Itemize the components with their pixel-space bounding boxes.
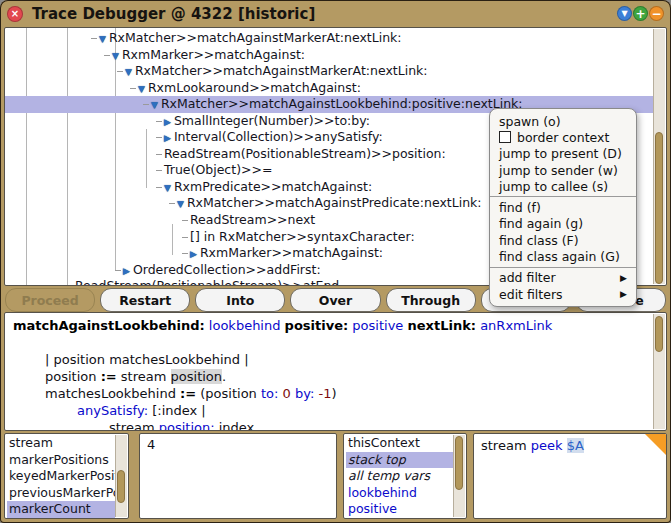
tree-expanded-icon[interactable]: ▼ [125, 67, 132, 77]
window-title: Trace Debugger @ 4322 [historic] [32, 5, 315, 23]
receiver-value: 4 [147, 437, 155, 452]
context-variable-item[interactable]: positive [346, 501, 453, 518]
tree-collapsed-icon[interactable]: ▶ [164, 133, 171, 143]
menu-item-label: border context [517, 130, 609, 145]
context-list-scrollbar-thumb[interactable] [455, 436, 463, 490]
code-line: anySatisfy: [:index | [13, 402, 652, 419]
method-source: matchAgainstLookbehind: lookbehind posit… [13, 317, 652, 431]
stack-frame-label: Interval(Collection)>>anySatisfy: [174, 129, 383, 144]
stack-frame-row[interactable]: ▼RxmMarker>>matchAgainst: [5, 47, 653, 64]
menu-item-label: spawn (o) [499, 114, 561, 129]
menu-item-label: edit filters [499, 287, 563, 302]
code-line [13, 334, 652, 351]
menu-item-jump-to-callee-s[interactable]: jump to callee (s) [490, 178, 636, 194]
checkbox-icon[interactable] [499, 131, 511, 143]
menu-item-add-filter[interactable]: add filter▶ [490, 270, 636, 286]
stack-frame-label: RxMatcher>>matchAgainstMarkerAt:nextLink… [109, 30, 402, 45]
submenu-arrow-icon: ▶ [620, 289, 627, 299]
context-variable-item[interactable]: stack top [346, 452, 453, 469]
tree-connector [156, 187, 162, 188]
tree-connector [143, 104, 149, 105]
menu-item-jump-to-present-d[interactable]: jump to present (D) [490, 146, 636, 162]
menu-item-label: jump to sender (w) [499, 163, 618, 178]
tree-scrollbar[interactable] [653, 29, 665, 284]
tree-scrollbar-thumb[interactable] [655, 132, 663, 284]
receiver-variable-item[interactable]: previousMarkerPositions [7, 485, 115, 502]
stack-frame-label: ReadStream(PositionableStream)>>position… [164, 146, 446, 161]
menu-item-spawn-o[interactable]: spawn (o) [490, 113, 636, 129]
window-controls: ▼ + − [617, 6, 664, 21]
tree-expanded-icon[interactable]: ▼ [177, 199, 184, 209]
menu-separator [490, 196, 636, 197]
tree-connector [115, 270, 121, 271]
receiver-variable-item[interactable]: markerCount [7, 501, 115, 518]
receiver-variable-item[interactable]: stream [7, 435, 115, 452]
collapse-window-icon[interactable]: − [649, 6, 664, 21]
stack-frame-row[interactable]: ▼RxMatcher>>matchAgainstMarkerAt:nextLin… [5, 30, 653, 47]
tree-collapsed-icon[interactable]: ▶ [190, 249, 197, 259]
context-inspector-pane: thisContextstack topall temp varslookbeh… [343, 433, 467, 519]
tree-connector [104, 55, 110, 56]
menu-item-jump-to-sender-w[interactable]: jump to sender (w) [490, 162, 636, 178]
tree-connector [182, 237, 188, 238]
over-button[interactable]: Over [290, 288, 380, 312]
stack-frame-label: RxMatcher>>matchAgainstLookbehind:positi… [161, 96, 523, 111]
menu-item-border-context[interactable]: border context [490, 129, 636, 145]
context-variable-item[interactable]: thisContext [346, 435, 453, 452]
code-scrollbar-thumb[interactable] [655, 316, 663, 352]
restart-button[interactable]: Restart [100, 288, 190, 312]
stack-frame-label: OrderedCollection>>addFirst: [133, 262, 321, 277]
window-titlebar[interactable]: × Trace Debugger @ 4322 [historic] ▼ + − [0, 0, 671, 27]
menu-item-find-f[interactable]: find (f) [490, 199, 636, 215]
context-expression: stream peek $A [481, 438, 584, 453]
context-variable-item[interactable]: lookbehind [346, 485, 453, 502]
receiver-value-pane[interactable]: 4 [139, 433, 337, 519]
menu-item-find-class-f[interactable]: find class (F) [490, 232, 636, 248]
submenu-arrow-icon: ▶ [620, 273, 627, 283]
stack-frame-label: ReadStream(PositionableStream)>>atEnd [75, 278, 339, 286]
into-button[interactable]: Into [195, 288, 285, 312]
menu-item-label: jump to callee (s) [499, 179, 608, 194]
tree-expanded-icon[interactable]: ▼ [112, 51, 119, 61]
tree-expanded-icon[interactable]: ▼ [151, 100, 158, 110]
context-variable-item[interactable]: all temp vars [346, 468, 453, 485]
tree-connector [182, 253, 188, 254]
proceed-button: Proceed [5, 288, 95, 312]
stack-frame-row[interactable]: ▼RxMatcher>>matchAgainstMarkerAt:nextLin… [5, 63, 653, 80]
code-line: position := stream position. [13, 368, 652, 385]
stack-frame-label: ReadStream>>next [190, 212, 315, 227]
expand-window-icon[interactable]: + [633, 6, 648, 21]
receiver-variable-item[interactable]: markerPositions [7, 452, 115, 469]
tree-expanded-icon[interactable]: ▼ [138, 84, 145, 94]
tree-collapsed-icon[interactable]: ▶ [123, 266, 130, 276]
menu-item-find-again-g[interactable]: find again (g) [490, 216, 636, 232]
tree-connector [130, 88, 136, 89]
code-pane[interactable]: matchAgainstLookbehind: lookbehind posit… [4, 312, 667, 431]
receiver-list-scrollbar[interactable] [115, 435, 127, 517]
tree-connector [169, 203, 175, 204]
receiver-list-scrollbar-thumb[interactable] [117, 470, 125, 503]
tree-connector [91, 38, 97, 39]
context-list-scrollbar[interactable] [453, 435, 465, 517]
context-variable-item[interactable]: nextLink [346, 518, 453, 519]
tree-expanded-icon[interactable]: ▼ [99, 34, 106, 44]
receiver-variable-item[interactable]: keyedMarkerPositions [7, 468, 115, 485]
close-icon[interactable]: × [7, 6, 23, 22]
tree-collapsed-icon[interactable]: ▶ [164, 117, 171, 127]
through-button[interactable]: Through [386, 288, 476, 312]
context-value-pane[interactable]: stream peek $A [473, 433, 667, 519]
tree-connector [156, 137, 162, 138]
menu-item-label: find class again (G) [499, 249, 620, 264]
menu-item-label: find (f) [499, 200, 541, 215]
stack-frame-row[interactable]: ▼RxmLookaround>>matchAgainst: [5, 80, 653, 97]
window-menu-icon[interactable]: ▼ [617, 6, 632, 21]
code-scrollbar[interactable] [653, 314, 665, 429]
tree-connector [156, 170, 162, 171]
menu-item-edit-filters[interactable]: edit filters▶ [490, 286, 636, 302]
stack-frame-label: RxmMarker>>matchAgainst: [200, 245, 383, 260]
menu-item-label: jump to present (D) [499, 146, 622, 161]
stack-frame-label: RxmLookaround>>matchAgainst: [148, 80, 361, 95]
menu-item-label: find again (g) [499, 216, 583, 231]
menu-item-find-class-again-g[interactable]: find class again (G) [490, 248, 636, 264]
tree-expanded-icon[interactable]: ▼ [164, 183, 171, 193]
